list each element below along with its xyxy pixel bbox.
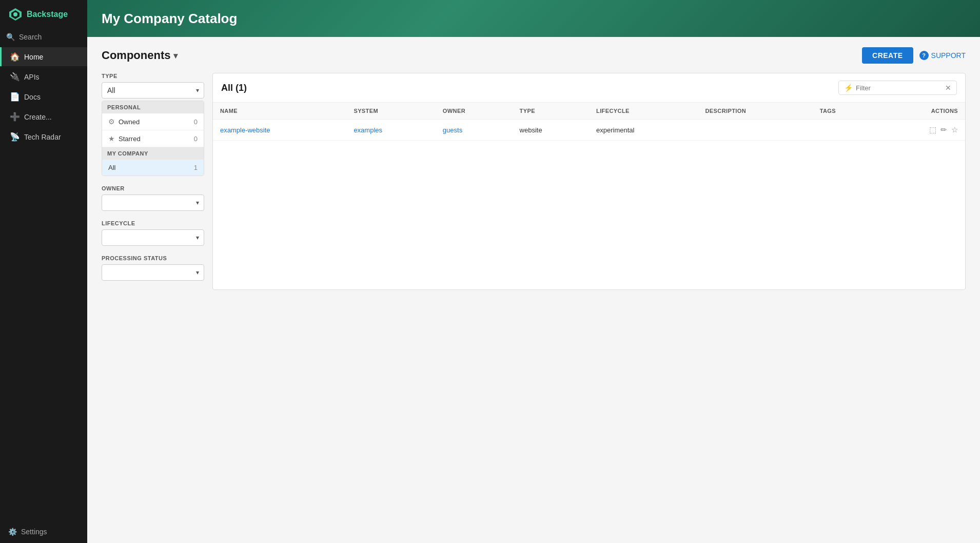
page-header-title: My Company Catalog xyxy=(102,11,237,27)
catalog-title: All (1) xyxy=(221,83,247,93)
main-content: My Company Catalog Components ▾ CREATE ?… xyxy=(87,0,980,543)
starred-filter-item[interactable]: ★ Starred 0 xyxy=(102,130,204,147)
col-system: SYSTEM xyxy=(346,103,435,120)
settings-label: Settings xyxy=(21,528,47,536)
page-header: My Company Catalog xyxy=(87,0,980,37)
sidebar-item-apis[interactable]: 🔌 APIs xyxy=(0,67,87,86)
processing-status-select-wrapper xyxy=(102,264,204,281)
all-label: All xyxy=(108,164,115,171)
starred-count: 0 xyxy=(194,135,198,143)
star-action-icon[interactable]: ☆ xyxy=(951,125,958,134)
table-header-row: NAME SYSTEM OWNER TYPE LIFECYCLE DESCRIP… xyxy=(213,103,965,120)
apis-icon: 🔌 xyxy=(10,72,19,82)
type-groups: PERSONAL ⚙ Owned 0 ★ Starred xyxy=(102,101,204,176)
sidebar-item-apis-label: APIs xyxy=(24,73,40,81)
settings-button[interactable]: ⚙️ Settings xyxy=(0,520,87,543)
owner-filter-label: OWNER xyxy=(102,185,204,191)
row-actions: ⬚ ✏ ☆ xyxy=(883,125,958,134)
search-label: Search xyxy=(19,33,42,41)
owned-count: 0 xyxy=(194,118,198,126)
page-title: Components xyxy=(102,49,170,62)
settings-icon: ⚙️ xyxy=(8,528,17,536)
row-description-cell xyxy=(698,120,813,141)
create-button[interactable]: CREATE xyxy=(862,47,913,64)
support-label: SUPPORT xyxy=(931,51,966,60)
logo-icon xyxy=(8,7,23,22)
table-row: example-website examples guests website … xyxy=(213,120,965,141)
sidebar: Backstage 🔍 Search 🏠 Home 🔌 APIs 📄 Docs … xyxy=(0,0,87,543)
processing-status-filter-label: PROCESSING STATUS xyxy=(102,255,204,261)
gear-icon: ⚙ xyxy=(108,118,115,126)
owned-label: Owned xyxy=(119,118,140,126)
row-owner-link[interactable]: guests xyxy=(443,126,462,134)
row-type-cell: website xyxy=(513,120,590,141)
row-name-cell: example-website xyxy=(213,120,346,141)
lifecycle-select[interactable] xyxy=(102,229,204,246)
filter-icon: ⚡ xyxy=(844,84,853,92)
col-name: NAME xyxy=(213,103,346,120)
sidebar-item-tech-radar[interactable]: 📡 Tech Radar xyxy=(0,127,87,146)
col-lifecycle: LIFECYCLE xyxy=(589,103,698,120)
chevron-down-icon[interactable]: ▾ xyxy=(173,51,178,61)
type-filter-section: Type All PERSONAL ⚙ Owned xyxy=(102,73,204,176)
content-area: Components ▾ CREATE ? SUPPORT Type xyxy=(87,37,980,543)
star-icon: ★ xyxy=(108,134,115,143)
type-filter-label: Type xyxy=(102,73,204,79)
catalog-table-head: NAME SYSTEM OWNER TYPE LIFECYCLE DESCRIP… xyxy=(213,103,965,120)
app-name: Backstage xyxy=(27,10,68,19)
row-system-link[interactable]: examples xyxy=(354,126,382,134)
personal-group-header: PERSONAL xyxy=(102,101,204,113)
row-tags-cell xyxy=(813,120,876,141)
filters-panel: Type All PERSONAL ⚙ Owned xyxy=(102,73,204,290)
all-filter-item[interactable]: All 1 xyxy=(102,160,204,176)
toolbar: Components ▾ CREATE ? SUPPORT xyxy=(102,47,966,64)
row-name-link[interactable]: example-website xyxy=(220,126,270,134)
catalog-table: NAME SYSTEM OWNER TYPE LIFECYCLE DESCRIP… xyxy=(213,103,965,141)
create-icon: ➕ xyxy=(10,112,19,122)
row-owner-cell: guests xyxy=(436,120,513,141)
lifecycle-select-wrapper xyxy=(102,229,204,246)
docs-icon: 📄 xyxy=(10,92,19,102)
processing-status-filter-section: PROCESSING STATUS xyxy=(102,255,204,281)
home-icon: 🏠 xyxy=(10,52,19,62)
owner-filter-section: OWNER xyxy=(102,185,204,211)
catalog-panel: All (1) ⚡ ✕ NAME SYSTEM OWNER TYPE xyxy=(212,73,966,290)
support-button[interactable]: ? SUPPORT xyxy=(919,51,966,60)
sidebar-item-home[interactable]: 🏠 Home xyxy=(0,47,87,66)
lifecycle-filter-label: LIFECYCLE xyxy=(102,220,204,226)
owner-select[interactable] xyxy=(102,195,204,211)
search-icon: 🔍 xyxy=(6,33,15,41)
starred-label: Starred xyxy=(119,135,141,143)
type-select[interactable]: All xyxy=(102,82,204,99)
toolbar-actions: CREATE ? SUPPORT xyxy=(862,47,966,64)
mycompany-group-header: MY COMPANY xyxy=(102,147,204,160)
tech-radar-icon: 📡 xyxy=(10,132,19,142)
app-logo[interactable]: Backstage xyxy=(0,0,87,29)
search-button[interactable]: 🔍 Search xyxy=(0,29,87,45)
clear-filter-icon[interactable]: ✕ xyxy=(945,84,951,92)
col-type: TYPE xyxy=(513,103,590,120)
catalog-panel-header: All (1) ⚡ ✕ xyxy=(213,73,965,103)
owner-select-wrapper xyxy=(102,195,204,211)
row-system-cell: examples xyxy=(346,120,435,141)
sidebar-item-docs-label: Docs xyxy=(24,93,41,101)
external-link-icon[interactable]: ⬚ xyxy=(929,125,936,134)
catalog-table-body: example-website examples guests website … xyxy=(213,120,965,141)
row-lifecycle-cell: experimental xyxy=(589,120,698,141)
sidebar-item-create-label: Create... xyxy=(24,113,52,121)
page-title-row: Components ▾ xyxy=(102,49,178,62)
filter-input[interactable] xyxy=(856,84,942,92)
type-select-wrapper: All xyxy=(102,82,204,99)
sidebar-item-tech-radar-label: Tech Radar xyxy=(24,133,61,141)
svg-point-2 xyxy=(13,12,17,16)
row-actions-cell: ⬚ ✏ ☆ xyxy=(876,120,965,141)
sidebar-item-create[interactable]: ➕ Create... xyxy=(0,107,87,126)
edit-icon[interactable]: ✏ xyxy=(940,125,947,134)
all-count: 1 xyxy=(194,164,198,171)
sidebar-item-docs[interactable]: 📄 Docs xyxy=(0,87,87,106)
filter-input-wrapper: ⚡ ✕ xyxy=(838,81,957,95)
col-owner: OWNER xyxy=(436,103,513,120)
sidebar-item-home-label: Home xyxy=(24,53,43,61)
processing-status-select[interactable] xyxy=(102,264,204,281)
owned-filter-item[interactable]: ⚙ Owned 0 xyxy=(102,113,204,130)
